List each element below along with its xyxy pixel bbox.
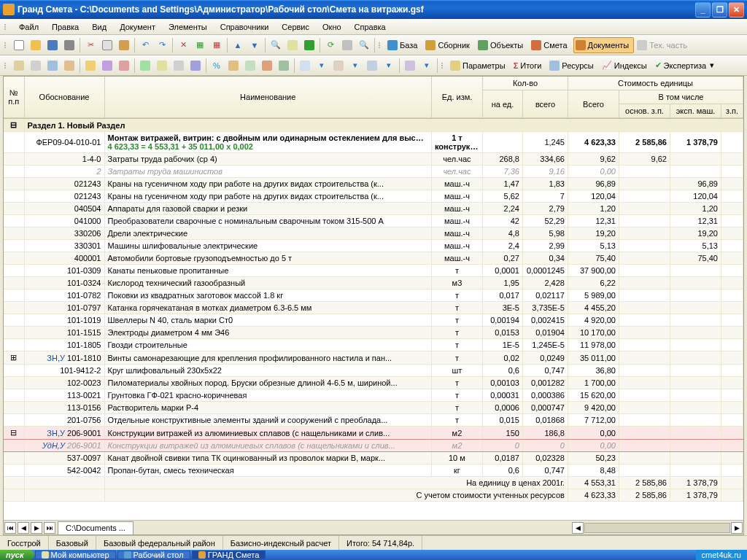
table-row[interactable]: 542-0042Пропан-бутан, смесь техническаяк… [4,464,743,477]
btn-params[interactable]: Параметры [448,58,511,74]
table-row[interactable]: ⊟ЗН,У 206-9001Конструкции витражей из ал… [4,427,743,440]
t2-icon17[interactable] [297,58,313,74]
t2-icon5[interactable] [82,58,98,74]
table-row[interactable]: 1-4-0Затраты труда рабочих (ср 4)чел.час… [4,153,743,166]
taskbar-item-3[interactable]: ГРАНД Смета [192,551,266,559]
hscroll-left[interactable]: ◀ [572,522,584,534]
table-row[interactable]: 040504Аппараты для газовой сварки и резк… [4,203,743,215]
taskbar-item-1[interactable]: Мой компьютер [35,551,116,559]
table-row[interactable]: 330206Дрели электрическиемаш.-ч4,85,9819… [4,228,743,240]
t2-icon9[interactable] [154,58,170,74]
menu-help[interactable]: Справка [349,21,392,33]
col-unit[interactable]: Ед. изм. [431,77,482,118]
t2-icon20[interactable]: ▾ [347,58,363,74]
new-icon[interactable] [11,37,27,53]
table-row[interactable]: 113-0021Грунтовка ГФ-021 красно-коричнев… [4,389,743,402]
excel-icon[interactable] [301,37,317,53]
col-qty-total[interactable]: всего [522,90,568,118]
open-icon[interactable] [28,37,44,53]
t2-icon21[interactable] [364,58,380,74]
table-row[interactable]: 101-1019Швеллеры N 40, сталь марки Ст0т0… [4,314,743,327]
down-icon[interactable]: ▼ [247,37,263,53]
btn-indexes[interactable]: 📈Индексы [600,58,652,74]
table-row[interactable]: ФЕР09-04-010-01Монтаж витражей, витрин: … [4,132,743,153]
system-tray[interactable]: cmet4uk.ru [696,550,747,560]
delete-icon[interactable]: ✕ [175,37,191,53]
add-row-icon[interactable]: ▦ [192,37,208,53]
menu-service[interactable]: Сервис [276,21,315,33]
search-icon[interactable]: 🔍 [268,37,284,53]
t2-icon6[interactable] [99,58,115,74]
start-button[interactable]: пуск [0,550,34,560]
menu-window[interactable]: Окно [317,21,347,33]
t2-icon15[interactable] [259,58,275,74]
col-basis[interactable]: Обоснование [24,77,104,118]
copy-icon[interactable] [99,37,115,53]
menu-document[interactable]: Документ [114,21,161,33]
t2-icon19[interactable] [330,58,347,74]
col-qty[interactable]: Кол-во [482,77,568,90]
tree-icon[interactable] [339,37,355,53]
section-tech[interactable]: Тех. часть [635,37,692,53]
col-npp[interactable]: № п.п [4,77,24,118]
table-row[interactable]: 201-0756Отдельные конструктивные элемент… [4,414,743,427]
table-row[interactable]: 400001Автомобили бортовые грузоподъемнос… [4,252,743,265]
t2-icon11[interactable] [187,58,204,74]
col-name[interactable]: Наименование [104,77,431,118]
grid-body[interactable]: ⊟Раздел 1. Новый Раздел ФЕР09-04-010-01М… [4,119,743,526]
redo-icon[interactable]: ↷ [154,37,170,53]
section-row[interactable]: ⊟Раздел 1. Новый Раздел [4,119,743,132]
table-row[interactable]: 330301Машины шлифовальные электрическием… [4,240,743,252]
btn-resources[interactable]: Ресурсы [547,58,598,74]
t2-icon4[interactable] [61,58,77,74]
up-icon[interactable]: ▲ [230,37,246,53]
section-smeta[interactable]: Смета [529,37,572,53]
refresh-icon[interactable]: ⟳ [322,37,338,53]
t2-icon14[interactable] [242,58,258,74]
menu-edit[interactable]: Правка [46,21,85,33]
table-row[interactable]: 537-0097Канат двойной свивки типа ТК оци… [4,452,743,464]
table-row[interactable]: УдН,У 206-9001Конструкции витражей из ал… [4,440,743,452]
t2-icon13[interactable] [225,58,241,74]
t2-icon3[interactable] [44,58,61,74]
table-row[interactable]: ⊞ЗН,У 101-1810Винты самонарезающие для к… [4,351,743,365]
t2-icon24[interactable]: ▾ [419,58,435,74]
filter-icon[interactable] [285,37,301,53]
t2-icon7[interactable] [116,58,132,74]
col-qty-unit[interactable]: на ед. [482,90,522,118]
table-row[interactable]: 021243Краны на гусеничном ходу при работ… [4,178,743,190]
tab-next[interactable]: ▶ [31,522,42,534]
col-incl[interactable]: В том числе [619,90,743,104]
table-row[interactable]: 102-0023Пиломатериалы хвойных пород. Бру… [4,377,743,389]
t2-icon8[interactable] [137,58,153,74]
t2-icon22[interactable]: ▾ [381,58,397,74]
section-objects[interactable]: Объекты [476,37,528,53]
maximize-button[interactable]: ❐ [712,2,727,18]
section-sbornik[interactable]: Сборник [423,37,475,53]
col-main-zp[interactable]: основ. з.п. [619,104,670,118]
tab-first[interactable]: ⏮ [4,522,16,534]
section-baza[interactable]: База [385,37,422,53]
del-row-icon[interactable]: ▦ [209,37,225,53]
print-icon[interactable] [61,37,77,53]
paste-icon[interactable] [116,37,132,53]
col-mach[interactable]: эксп. маш. [670,104,721,118]
table-row[interactable]: 113-0156Растворитель марки Р-4т0,00060,0… [4,402,743,414]
table-row[interactable]: 101-1515Электроды диаметром 4 мм Э46т0,0… [4,327,743,339]
t2-icon18[interactable]: ▾ [314,58,330,74]
t2-icon2[interactable] [28,58,44,74]
t2-icon16[interactable] [276,58,292,74]
table-row[interactable]: 101-9412-2Круг шлифовальный 230x5x22шт0,… [4,365,743,377]
t2-icon10[interactable] [171,58,187,74]
close-button[interactable]: ✕ [729,2,744,18]
hscroll-right[interactable]: ▶ [731,522,743,534]
menu-references[interactable]: Справочники [214,21,275,33]
t2-icon23[interactable] [402,58,418,74]
undo-icon[interactable]: ↶ [137,37,153,53]
table-row[interactable]: 101-0309Канаты пеньковые пропитанныет0,0… [4,265,743,277]
table-row[interactable]: 2Затраты труда машинистовчел.час7,369,16… [4,166,743,178]
t2-icon1[interactable] [11,58,27,74]
table-row[interactable]: 041000Преобразователи сварочные с номина… [4,215,743,228]
menu-file[interactable]: Файл [13,21,44,33]
table-row[interactable]: 101-0782Поковки из квадратных заготовок … [4,289,743,302]
